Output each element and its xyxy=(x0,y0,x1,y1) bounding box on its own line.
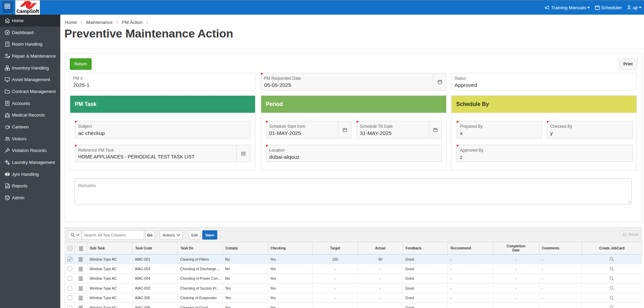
svg-text:XLS: XLS xyxy=(6,186,10,188)
